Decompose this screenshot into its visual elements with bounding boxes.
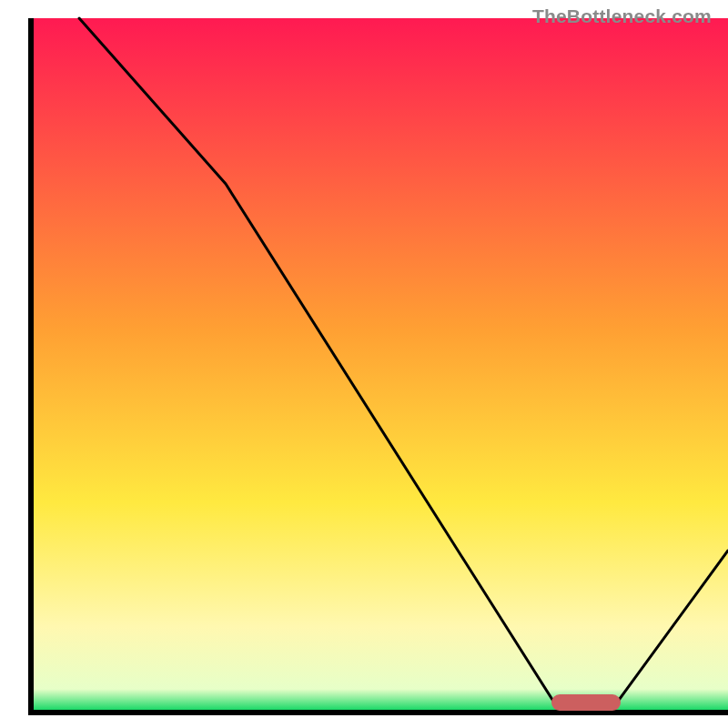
chart-container: TheBottleneck.com: [0, 0, 728, 728]
chart-svg: [0, 0, 728, 728]
minimum-marker: [551, 694, 621, 711]
plot-background: [31, 18, 728, 710]
watermark-text: TheBottleneck.com: [532, 5, 712, 27]
